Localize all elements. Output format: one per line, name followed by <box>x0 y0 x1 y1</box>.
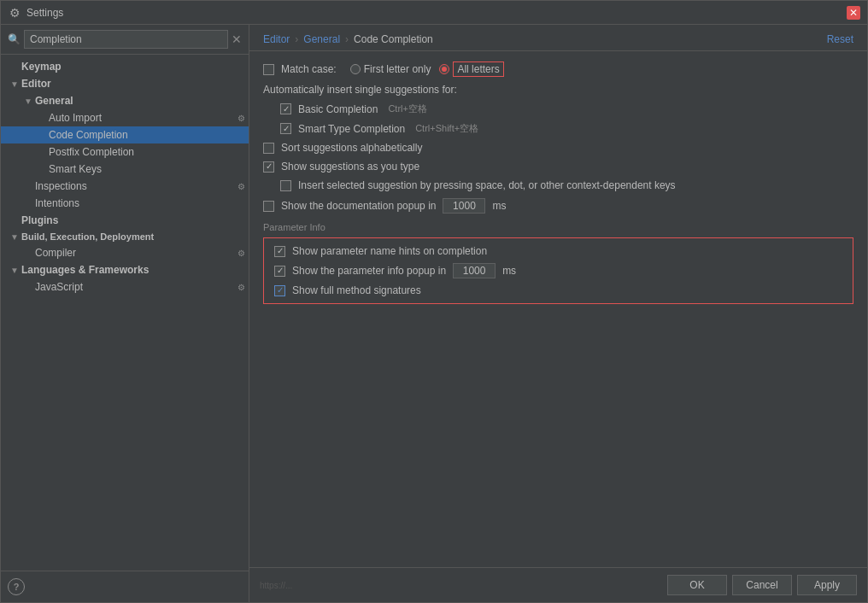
search-icon: 🔍 <box>8 33 21 45</box>
param-info-section-label: Parameter Info <box>263 222 853 232</box>
insert-selected-label: Insert selected suggestion by pressing s… <box>298 179 676 191</box>
sidebar-item-postfix-completion[interactable]: Postfix Completion <box>1 143 249 161</box>
breadcrumb-sep-2: › <box>345 33 349 45</box>
code-completion-label: Code Completion <box>49 128 249 142</box>
show-doc-popup-checkbox[interactable] <box>263 201 274 212</box>
sidebar-item-javascript[interactable]: JavaScript ⚙ <box>1 278 249 296</box>
editor-arrow: ▼ <box>8 79 21 89</box>
compiler-config-icon: ⚙ <box>238 249 245 258</box>
window-title: Settings <box>26 7 847 19</box>
breadcrumb-sep-1: › <box>295 33 298 45</box>
settings-window: ⚙ Settings ✕ 🔍 ✕ Keymap <box>0 0 868 603</box>
reset-button[interactable]: Reset <box>827 33 853 45</box>
general-label: General <box>35 94 249 108</box>
basic-completion-row: Basic Completion Ctrl+空格 <box>263 102 853 115</box>
sort-suggestions-label: Sort suggestions alphabetically <box>281 142 422 154</box>
compiler-label: Compiler <box>35 246 238 260</box>
match-case-row: Match case: First letter only All letter… <box>263 61 853 77</box>
javascript-label: JavaScript <box>35 280 238 294</box>
auto-insert-row: Automatically insert single suggestions … <box>263 84 853 96</box>
sidebar-item-auto-import[interactable]: Auto Import ⚙ <box>1 109 249 126</box>
match-case-radio-group: First letter only All letters <box>350 61 504 77</box>
sidebar-item-keymap[interactable]: Keymap <box>1 58 249 75</box>
search-clear-icon[interactable]: ✕ <box>232 32 242 46</box>
show-doc-popup-row: Show the documentation popup in ms <box>263 198 853 214</box>
smart-type-shortcut: Ctrl+Shift+空格 <box>415 122 478 135</box>
show-param-popup-checkbox[interactable] <box>274 266 285 277</box>
sidebar-item-build-execution[interactable]: ▼ Build, Execution, Deployment <box>1 229 249 244</box>
sidebar: 🔍 ✕ Keymap ▼ Editor <box>1 25 249 602</box>
watermark-text: https://... <box>260 581 662 590</box>
show-full-method-row: Show full method signatures <box>274 284 842 296</box>
show-param-hints-checkbox[interactable] <box>274 246 285 257</box>
smart-type-checkbox[interactable] <box>280 123 291 134</box>
app-icon: ⚙ <box>8 6 21 20</box>
match-case-checkbox[interactable] <box>263 64 274 75</box>
breadcrumb-general: General <box>303 33 340 45</box>
first-letter-label: First letter only <box>364 63 431 75</box>
sidebar-item-code-completion[interactable]: Code Completion <box>1 126 249 143</box>
sidebar-item-compiler[interactable]: Compiler ⚙ <box>1 244 249 261</box>
smart-keys-label: Smart Keys <box>49 162 249 176</box>
main-panel: Editor › General › Code Completion Reset… <box>249 25 867 602</box>
sidebar-item-general[interactable]: ▼ General <box>1 92 249 109</box>
show-full-method-checkbox[interactable] <box>274 285 285 296</box>
param-popup-unit: ms <box>502 265 516 277</box>
postfix-label: Postfix Completion <box>49 145 249 159</box>
basic-completion-checkbox[interactable] <box>280 103 291 114</box>
sort-suggestions-checkbox[interactable] <box>263 143 274 154</box>
basic-completion-shortcut: Ctrl+空格 <box>388 102 427 115</box>
build-label: Build, Execution, Deployment <box>21 231 249 243</box>
keymap-label: Keymap <box>21 60 249 73</box>
search-input[interactable] <box>24 30 228 49</box>
sidebar-bottom: ? <box>1 571 249 602</box>
general-arrow: ▼ <box>21 97 35 106</box>
inspections-config-icon: ⚙ <box>238 182 245 191</box>
sidebar-item-smart-keys[interactable]: Smart Keys <box>1 161 249 178</box>
show-param-hints-row: Show parameter name hints on completion <box>274 245 842 257</box>
window-controls: ✕ <box>847 6 860 20</box>
apply-button[interactable]: Apply <box>797 575 857 595</box>
all-letters-radio-wrapper[interactable]: All letters <box>439 61 503 77</box>
show-suggestions-label: Show suggestions as you type <box>281 161 419 173</box>
build-arrow: ▼ <box>8 232 21 242</box>
breadcrumb-code-completion: Code Completion <box>354 33 433 45</box>
show-doc-popup-label: Show the documentation popup in <box>281 200 436 212</box>
settings-content: Match case: First letter only All letter… <box>249 51 867 567</box>
sidebar-item-languages[interactable]: ▼ Languages & Frameworks <box>1 261 249 278</box>
all-letters-label: All letters <box>453 61 503 77</box>
show-suggestions-checkbox[interactable] <box>263 161 274 173</box>
sidebar-item-inspections[interactable]: Inspections ⚙ <box>1 178 249 195</box>
param-info-box: Show parameter name hints on completion … <box>263 237 853 304</box>
show-param-popup-row: Show the parameter info popup in ms <box>274 263 842 278</box>
settings-tree: Keymap ▼ Editor ▼ General <box>1 55 249 571</box>
title-bar: ⚙ Settings ✕ <box>1 1 867 25</box>
cancel-button[interactable]: Cancel <box>732 575 792 595</box>
first-letter-radio-wrapper[interactable]: First letter only <box>350 63 431 75</box>
show-full-method-label: Show full method signatures <box>292 284 421 296</box>
first-letter-radio[interactable] <box>350 64 361 74</box>
show-param-popup-label: Show the parameter info popup in <box>292 265 446 277</box>
sort-suggestions-row: Sort suggestions alphabetically <box>263 142 853 154</box>
help-button[interactable]: ? <box>8 578 25 595</box>
main-content-area: 🔍 ✕ Keymap ▼ Editor <box>1 25 867 602</box>
insert-selected-checkbox[interactable] <box>280 180 291 191</box>
basic-completion-label: Basic Completion <box>298 103 378 115</box>
close-button[interactable]: ✕ <box>847 6 860 20</box>
ok-button[interactable]: OK <box>667 575 727 595</box>
sidebar-item-plugins[interactable]: Plugins <box>1 212 249 229</box>
param-popup-value-input[interactable] <box>453 263 496 278</box>
breadcrumb: Editor › General › Code Completion <box>263 33 433 45</box>
all-letters-radio[interactable] <box>439 64 449 74</box>
search-bar: 🔍 ✕ <box>1 25 249 55</box>
bottom-bar: https://... OK Cancel Apply <box>249 567 867 602</box>
match-case-label: Match case: <box>281 63 337 75</box>
intentions-label: Intentions <box>35 196 249 210</box>
javascript-config-icon: ⚙ <box>238 283 245 292</box>
show-suggestions-row: Show suggestions as you type <box>263 161 853 173</box>
editor-label: Editor <box>21 77 249 91</box>
doc-popup-value-input[interactable] <box>443 198 485 214</box>
sidebar-item-editor[interactable]: ▼ Editor <box>1 75 249 92</box>
sidebar-item-intentions[interactable]: Intentions <box>1 195 249 212</box>
doc-popup-unit: ms <box>492 200 506 212</box>
